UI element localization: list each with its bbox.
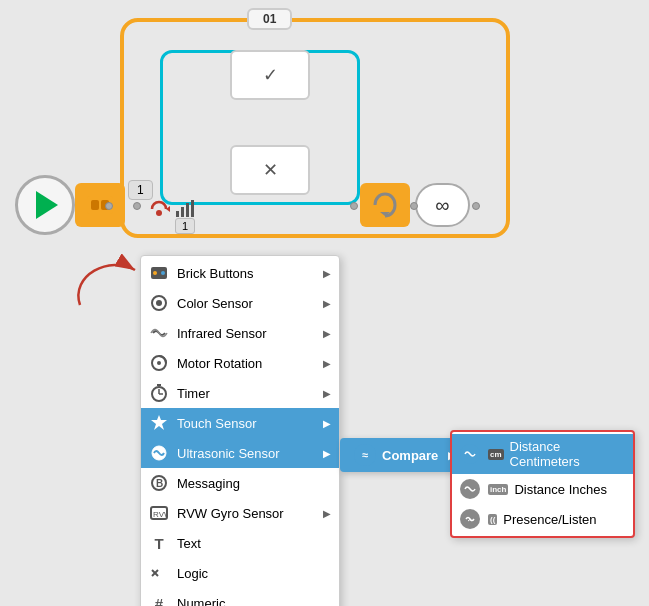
color-sensor-icon — [149, 293, 169, 313]
distance-item-inches[interactable]: inch Distance Inches — [452, 474, 633, 504]
distance-cm-icon — [460, 444, 480, 464]
block-x: ✕ — [230, 145, 310, 195]
brick-buttons-label: Brick Buttons — [177, 266, 315, 281]
distance-item-presence[interactable]: (( Presence/Listen — [452, 504, 633, 534]
connector-right-icon — [370, 190, 400, 220]
touch-sensor-arrow: ▶ — [323, 418, 331, 429]
numeric-icon: # — [149, 593, 169, 606]
menu-item-touch-sensor[interactable]: Touch Sensor ▶ — [141, 408, 339, 438]
presence-icon — [460, 509, 480, 529]
color-sensor-arrow: ▶ — [323, 298, 331, 309]
svg-point-12 — [153, 271, 157, 275]
distance-cm-label: Distance Centimeters — [510, 439, 625, 469]
logic-label: Logic — [177, 566, 331, 581]
wire-dot-1 — [105, 202, 113, 210]
distance-in-label: Distance Inches — [514, 482, 607, 497]
timer-icon — [149, 383, 169, 403]
rvw-gyro-icon: RVW — [149, 503, 169, 523]
rvw-gyro-arrow: ▶ — [323, 508, 331, 519]
svg-point-13 — [161, 271, 165, 275]
num-block-1b: 1 — [175, 218, 195, 234]
compare-label: Compare — [382, 448, 438, 463]
distance-in-icon — [460, 479, 480, 499]
menu-item-logic[interactable]: Logic — [141, 558, 339, 588]
color-sensor-label: Color Sensor — [177, 296, 315, 311]
menu-item-text[interactable]: T Text — [141, 528, 339, 558]
timer-label: Timer — [177, 386, 315, 401]
infinity-block: ∞ — [415, 183, 470, 227]
ultrasonic-sensor-icon — [149, 443, 169, 463]
svg-text:B: B — [156, 478, 163, 489]
svg-rect-8 — [191, 200, 194, 217]
distance-item-cm[interactable]: cm Distance Centimeters — [452, 434, 633, 474]
svg-rect-6 — [181, 207, 184, 217]
text-label: Text — [177, 536, 331, 551]
menu-item-motor-rotation[interactable]: Motor Rotation ▶ — [141, 348, 339, 378]
infrared-sensor-arrow: ▶ — [323, 328, 331, 339]
ultrasonic-sensor-label: Ultrasonic Sensor — [177, 446, 315, 461]
brick-buttons-icon — [149, 263, 169, 283]
motor-rotation-icon — [149, 353, 169, 373]
presence-badge: (( — [488, 514, 497, 525]
block-check: ✓ — [230, 50, 310, 100]
numeric-hash-symbol: # — [155, 595, 163, 607]
svg-point-15 — [156, 300, 162, 306]
svg-rect-1 — [91, 200, 99, 210]
svg-marker-22 — [151, 415, 167, 430]
menu-item-numeric[interactable]: # Numeric — [141, 588, 339, 606]
touch-sensor-icon — [149, 413, 169, 433]
svg-rect-7 — [186, 203, 189, 217]
menu-item-ultrasonic-sensor[interactable]: Ultrasonic Sensor ▶ — [141, 438, 339, 468]
context-menu: Brick Buttons ▶ Color Sensor ▶ Infrared … — [140, 255, 340, 606]
menu-item-infrared-sensor[interactable]: Infrared Sensor ▶ — [141, 318, 339, 348]
messaging-icon: B — [149, 473, 169, 493]
brick-buttons-arrow: ▶ — [323, 268, 331, 279]
connector-right — [360, 183, 410, 227]
distance-in-badge: inch — [488, 484, 508, 495]
menu-item-color-sensor[interactable]: Color Sensor ▶ — [141, 288, 339, 318]
numeric-label: Numeric — [177, 596, 331, 607]
infrared-sensor-label: Infrared Sensor — [177, 326, 315, 341]
motor-rotation-label: Motor Rotation — [177, 356, 315, 371]
rvw-gyro-label: RVW Gyro Sensor — [177, 506, 315, 521]
wire-dot-4 — [410, 202, 418, 210]
play-block[interactable] — [15, 175, 75, 235]
distance-cm-badge: cm — [488, 449, 504, 460]
wire-dot-5 — [472, 202, 480, 210]
menu-item-brick-buttons[interactable]: Brick Buttons ▶ — [141, 258, 339, 288]
touch-sensor-label: Touch Sensor — [177, 416, 315, 431]
motor-rotation-arrow: ▶ — [323, 358, 331, 369]
svg-rect-5 — [176, 211, 179, 217]
text-T-symbol: T — [154, 535, 163, 552]
wire-dot-2 — [133, 202, 141, 210]
ultrasonic-sensor-arrow: ▶ — [323, 448, 331, 459]
svg-point-17 — [157, 361, 161, 365]
menu-item-rvw-gyro[interactable]: RVW RVW Gyro Sensor ▶ — [141, 498, 339, 528]
logic-icon — [149, 563, 169, 583]
infrared-sensor-icon — [149, 323, 169, 343]
play-icon — [36, 191, 58, 219]
submenu-distance: cm Distance Centimeters inch Distance In… — [450, 430, 635, 538]
connector-left — [75, 183, 125, 227]
sensor-icons-area — [148, 198, 194, 220]
block-01-label: 01 — [247, 8, 292, 30]
bar-graph-icon — [174, 199, 194, 219]
compare-icon: ≈ — [354, 444, 376, 466]
timer-arrow: ▶ — [323, 388, 331, 399]
num-block-1: 1 — [128, 180, 153, 200]
wire-dot-3 — [350, 202, 358, 210]
menu-item-timer[interactable]: Timer ▶ — [141, 378, 339, 408]
messaging-label: Messaging — [177, 476, 331, 491]
svg-text:RVW: RVW — [153, 510, 168, 519]
text-icon: T — [149, 533, 169, 553]
presence-label: Presence/Listen — [503, 512, 596, 527]
menu-item-messaging[interactable]: B Messaging — [141, 468, 339, 498]
svg-point-4 — [156, 210, 162, 216]
rotate-icon — [148, 198, 170, 220]
canvas: 01 ✓ ✕ 1 — [0, 0, 649, 606]
